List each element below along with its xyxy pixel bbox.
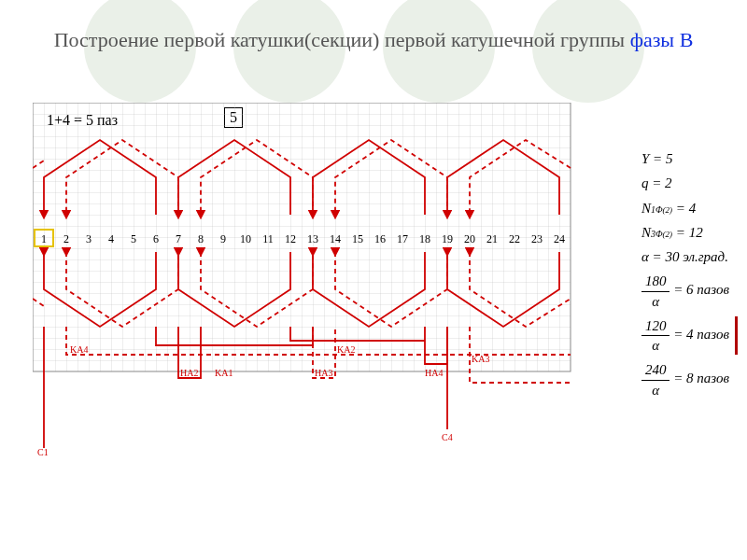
svg-text:C1: C1 (37, 447, 49, 457)
svg-text:KA3: KA3 (472, 354, 489, 364)
svg-text:20: 20 (464, 232, 475, 245)
formula-alpha: α = 30 эл.град. (641, 247, 738, 266)
svg-text:15: 15 (352, 232, 363, 245)
winding-diagram: 123 456 789 101112 131415 161718 192021 … (33, 103, 574, 457)
svg-text:8: 8 (198, 232, 204, 245)
svg-text:KA4: KA4 (70, 344, 88, 355)
svg-text:KA1: KA1 (215, 368, 233, 378)
svg-text:17: 17 (397, 232, 408, 245)
svg-text:14: 14 (330, 232, 341, 245)
svg-text:10: 10 (240, 232, 251, 245)
svg-text:1: 1 (41, 232, 47, 245)
title-phase: фазы B (630, 28, 694, 51)
svg-text:5: 5 (131, 232, 136, 245)
svg-text:16: 16 (374, 232, 386, 245)
formula-180: 180α = 6 пазов (641, 272, 738, 311)
svg-text:HA4: HA4 (425, 368, 443, 378)
formula-q: q = 2 (641, 174, 738, 192)
svg-text:18: 18 (419, 232, 430, 245)
svg-text:11: 11 (262, 232, 274, 245)
svg-text:KA2: KA2 (337, 344, 355, 355)
formulas-panel: Y = 5 q = 2 N1Φ(2) = 4 N3Φ(2) = 12 α = 3… (641, 149, 738, 405)
svg-text:4: 4 (108, 232, 114, 245)
svg-text:19: 19 (442, 232, 453, 245)
svg-text:C4: C4 (442, 432, 453, 442)
svg-text:HA2: HA2 (180, 368, 198, 378)
svg-text:6: 6 (153, 232, 159, 245)
formula-120: 120α = 4 пазов (641, 316, 738, 356)
formula-N1F: N1Φ(2) = 4 (641, 199, 738, 217)
title-main: Построение первой катушки(секции) первой… (54, 28, 630, 51)
svg-text:21: 21 (486, 232, 498, 245)
svg-text:HA3: HA3 (315, 368, 332, 378)
svg-text:24: 24 (554, 232, 565, 245)
formula-240: 240α = 8 пазов (641, 360, 738, 399)
svg-text:13: 13 (307, 232, 318, 245)
svg-text:3: 3 (86, 232, 92, 245)
svg-text:9: 9 (220, 232, 226, 245)
formula-N3F: N3Φ(2) = 12 (641, 223, 738, 242)
svg-text:23: 23 (531, 232, 543, 245)
formula-Y: Y = 5 (641, 149, 738, 168)
svg-text:12: 12 (285, 232, 296, 245)
page-title: Построение первой катушки(секции) первой… (0, 28, 747, 52)
svg-text:7: 7 (176, 232, 181, 245)
svg-text:2: 2 (63, 232, 69, 245)
svg-text:22: 22 (509, 232, 520, 245)
